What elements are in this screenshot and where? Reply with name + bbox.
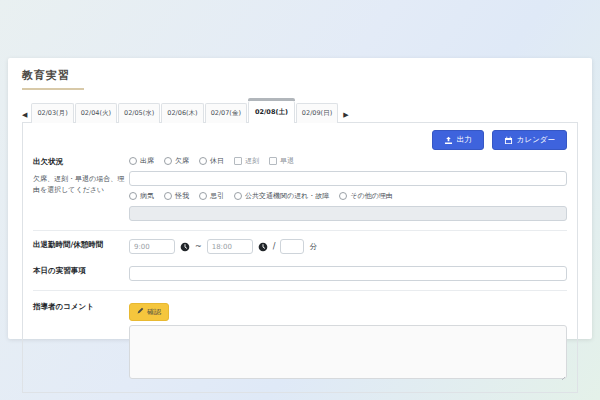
page-title: 教育実習 <box>22 68 578 83</box>
title-underline <box>22 88 84 90</box>
pencil-icon <box>137 307 144 316</box>
tab-content-panel: 出力 カレンダー 出欠状況 欠席、遅刻・早退の場合、理由を選択してください 出席 <box>22 122 578 393</box>
reason-option-label: 病気 <box>140 191 154 201</box>
tabs-prev-arrow-icon[interactable]: ◀ <box>22 111 31 123</box>
radio-icon <box>199 192 207 200</box>
work-time-label: 出退勤時間/休憩時間 <box>33 240 129 250</box>
radio-icon <box>164 192 172 200</box>
reason-option-label: 怪我 <box>175 191 189 201</box>
checkbox-icon <box>234 157 242 165</box>
attendance-option-label: 欠席 <box>175 156 189 166</box>
confirm-button-label: 確認 <box>147 307 161 317</box>
calendar-button-label: カレンダー <box>517 135 555 145</box>
radio-icon <box>129 157 137 165</box>
today-input[interactable] <box>129 266 567 281</box>
reason-help-label: 欠席、遅刻・早退の場合、理由を選択してください <box>33 174 129 196</box>
radio-icon <box>234 192 242 200</box>
attendance-option-early-leave[interactable]: 早退 <box>269 156 294 166</box>
time-range-separator: ~ <box>195 242 202 251</box>
attendance-option-late[interactable]: 遅刻 <box>234 156 259 166</box>
date-tabstrip: ◀ 02/03(月) 02/04(火) 02/05(水) 02/06(木) 02… <box>22 98 578 123</box>
export-button-label: 出力 <box>457 135 472 145</box>
attendance-option-label: 早退 <box>280 156 294 166</box>
comment-textarea[interactable] <box>129 325 567 379</box>
minutes-unit-label: 分 <box>309 242 317 252</box>
comment-row: 指導者のコメント 確認 <box>33 299 567 383</box>
attendance-options: 出席 欠席 休日 遅刻 <box>129 156 567 166</box>
attendance-detail-input[interactable] <box>129 171 567 186</box>
calendar-button[interactable]: カレンダー <box>492 130 567 150</box>
reason-option-injury[interactable]: 怪我 <box>164 191 189 201</box>
tab-date-0208-active[interactable]: 02/08(土) <box>248 101 295 123</box>
reason-option-label: 公共交通機関の遅れ・故障 <box>245 191 329 201</box>
reason-option-transit-delay[interactable]: 公共交通機関の遅れ・故障 <box>234 191 329 201</box>
tab-date-0203[interactable]: 02/03(月) <box>31 103 73 123</box>
reason-option-sick[interactable]: 病気 <box>129 191 154 201</box>
action-buttons: 出力 カレンダー <box>33 130 567 150</box>
tab-date-0205[interactable]: 02/05(水) <box>118 103 160 123</box>
reason-other-input[interactable] <box>129 206 567 221</box>
today-label: 本日の実習事項 <box>33 266 129 276</box>
attendance-option-present[interactable]: 出席 <box>129 156 154 166</box>
download-icon <box>444 136 453 145</box>
today-row: 本日の実習事項 <box>33 261 567 281</box>
radio-icon <box>199 157 207 165</box>
end-time-input[interactable] <box>207 239 253 254</box>
tab-date-0204[interactable]: 02/04(火) <box>75 103 117 123</box>
reason-option-bereavement[interactable]: 忌引 <box>199 191 224 201</box>
tab-date-0206[interactable]: 02/06(木) <box>161 103 203 123</box>
reason-option-label: その他の理由 <box>350 191 393 201</box>
start-time-input[interactable] <box>129 239 175 254</box>
reason-option-label: 忌引 <box>210 191 224 201</box>
attendance-row: 出欠状況 欠席、遅刻・早退の場合、理由を選択してください 出席 欠席 休日 <box>33 156 567 221</box>
main-card: 教育実習 ◀ 02/03(月) 02/04(火) 02/05(水) 02/06(… <box>8 58 592 339</box>
tab-date-0207[interactable]: 02/07(金) <box>205 103 247 123</box>
break-slash-separator: / <box>273 242 276 251</box>
clock-icon[interactable] <box>180 242 190 252</box>
radio-icon <box>339 192 347 200</box>
break-minutes-input[interactable] <box>280 239 304 254</box>
checkbox-icon <box>269 157 277 165</box>
work-time-row: 出退勤時間/休憩時間 ~ / 分 <box>33 239 567 254</box>
radio-icon <box>164 157 172 165</box>
attendance-label: 出欠状況 <box>33 157 129 167</box>
radio-icon <box>129 192 137 200</box>
attendance-option-label: 出席 <box>140 156 154 166</box>
attendance-option-label: 休日 <box>210 156 224 166</box>
attendance-option-label: 遅刻 <box>245 156 259 166</box>
confirm-button[interactable]: 確認 <box>129 303 169 321</box>
comment-label: 指導者のコメント <box>33 302 129 312</box>
export-button[interactable]: 出力 <box>432 130 484 150</box>
tabs-next-arrow-icon[interactable]: ▶ <box>339 111 348 123</box>
clock-icon[interactable] <box>258 242 268 252</box>
calendar-icon <box>504 136 513 145</box>
section-divider <box>33 290 567 291</box>
reason-option-other[interactable]: その他の理由 <box>339 191 393 201</box>
time-group: ~ / 分 <box>129 239 567 254</box>
attendance-option-absent[interactable]: 欠席 <box>164 156 189 166</box>
section-divider <box>33 230 567 231</box>
reason-options: 病気 怪我 忌引 公共交通機関の遅れ・故障 <box>129 191 567 201</box>
attendance-option-holiday[interactable]: 休日 <box>199 156 224 166</box>
tab-date-0209[interactable]: 02/09(日) <box>296 103 338 123</box>
